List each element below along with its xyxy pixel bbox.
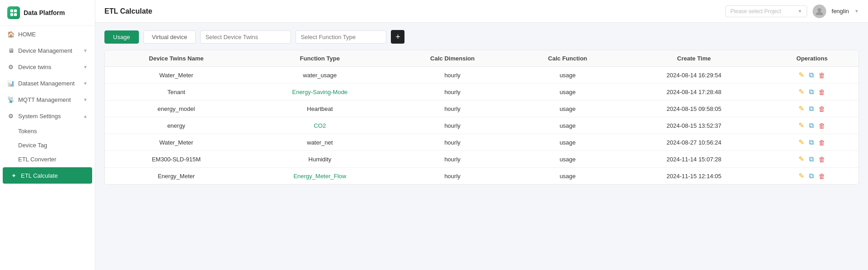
copy-icon[interactable]: ⧉ <box>809 155 814 163</box>
cell-operations: ✎ ⧉ 🗑 <box>765 151 858 168</box>
table-row: energy_model Heartbeat hourly usage 2024… <box>105 100 858 117</box>
table-row: EM300-SLD-915M Humidity hourly usage 202… <box>105 151 858 168</box>
cell-calc-function: usage <box>513 168 622 185</box>
cell-operations: ✎ ⧉ 🗑 <box>765 100 858 117</box>
col-calc-dimension: Calc Dimension <box>392 50 513 67</box>
content-area: Usage Virtual device + Device Twins Name… <box>95 23 868 270</box>
edit-icon[interactable]: ✎ <box>799 88 804 96</box>
sidebar-label-dataset-management: Dataset Management <box>18 80 74 87</box>
app-title: Data Platform <box>24 9 65 16</box>
tab-usage[interactable]: Usage <box>104 30 139 44</box>
cell-calc-dimension: hourly <box>392 168 513 185</box>
sidebar-sub-device-tag[interactable]: Device Tag <box>0 138 95 152</box>
project-selector[interactable]: Please select Project ▼ <box>725 5 807 17</box>
edit-icon[interactable]: ✎ <box>799 155 804 163</box>
etl-converter-label: ETL Converter <box>18 156 56 163</box>
sidebar-sub-etl-converter[interactable]: ETL Converter <box>0 152 95 166</box>
copy-icon[interactable]: ⧉ <box>809 121 814 130</box>
chevron-icon: ▼ <box>83 97 88 102</box>
col-calc-function: Calc Function <box>513 50 622 67</box>
edit-icon[interactable]: ✎ <box>799 121 804 130</box>
cell-create-time: 2024-08-14 16:29:54 <box>622 67 765 84</box>
cell-calc-dimension: hourly <box>392 151 513 168</box>
chevron-icon: ▼ <box>83 48 88 53</box>
edit-icon[interactable]: ✎ <box>799 105 804 113</box>
toolbar: Usage Virtual device + <box>104 30 859 44</box>
cell-function-type: CO2 <box>248 117 392 134</box>
cell-create-time: 2024-08-27 10:56:24 <box>622 134 765 151</box>
edit-icon[interactable]: ✎ <box>799 138 804 146</box>
cell-operations: ✎ ⧉ 🗑 <box>765 67 858 84</box>
settings-icon: ⚙ <box>7 112 15 120</box>
table-row: Tenant Energy-Saving-Mode hourly usage 2… <box>105 84 858 100</box>
sidebar-sub-etl-calculate[interactable]: ✦ ETL Calculate <box>3 167 92 184</box>
cell-function-type: water_usage <box>248 67 392 84</box>
delete-icon[interactable]: 🗑 <box>819 139 825 146</box>
copy-icon[interactable]: ⧉ <box>809 105 814 113</box>
edit-icon[interactable]: ✎ <box>799 71 804 79</box>
sidebar-label-home: HOME <box>18 31 36 38</box>
sidebar-item-device-twins[interactable]: ⚙ Device twins ▼ <box>0 59 95 75</box>
table-row: Water_Meter water_usage hourly usage 202… <box>105 67 858 84</box>
cell-calc-function: usage <box>513 100 622 117</box>
cell-function-type: water_net <box>248 134 392 151</box>
avatar <box>813 5 826 18</box>
svg-rect-3 <box>14 13 17 16</box>
select-function-type-input[interactable] <box>296 30 386 44</box>
mqtt-icon: 📡 <box>7 96 15 103</box>
chevron-icon: ▼ <box>83 65 88 70</box>
copy-icon[interactable]: ⧉ <box>809 172 814 180</box>
delete-icon[interactable]: 🗑 <box>819 122 825 130</box>
delete-icon[interactable]: 🗑 <box>819 88 825 96</box>
device-management-icon: 🖥 <box>7 47 15 54</box>
topbar-right: Please select Project ▼ fenglin ▼ <box>725 5 859 18</box>
edit-icon[interactable]: ✎ <box>799 172 804 180</box>
cell-function-type: Humidity <box>248 151 392 168</box>
sidebar-item-dataset-management[interactable]: 📊 Dataset Management ▼ <box>0 75 95 91</box>
cell-function-type: Heartbeat <box>248 100 392 117</box>
tab-virtual-device[interactable]: Virtual device <box>143 30 196 44</box>
sidebar-item-device-management[interactable]: 🖥 Device Management ▼ <box>0 42 95 59</box>
cell-create-time: 2024-11-15 12:14:05 <box>622 168 765 185</box>
cell-calc-dimension: hourly <box>392 134 513 151</box>
copy-icon[interactable]: ⧉ <box>809 88 814 96</box>
cell-create-time: 2024-08-15 09:58:05 <box>622 100 765 117</box>
device-tag-label: Device Tag <box>18 142 47 149</box>
cell-calc-dimension: hourly <box>392 67 513 84</box>
delete-icon[interactable]: 🗑 <box>819 105 825 113</box>
cell-calc-function: usage <box>513 84 622 100</box>
sidebar-item-mqtt-management[interactable]: 📡 MQTT Management ▼ <box>0 91 95 108</box>
table-row: Energy_Meter Energy_Meter_Flow hourly us… <box>105 168 858 185</box>
svg-rect-2 <box>10 13 13 16</box>
cell-device-twins-name: Water_Meter <box>105 67 248 84</box>
copy-icon[interactable]: ⧉ <box>809 138 814 146</box>
cell-create-time: 2024-11-14 15:07:28 <box>622 151 765 168</box>
table-row: Water_Meter water_net hourly usage 2024-… <box>105 134 858 151</box>
chevron-up-icon: ▲ <box>83 114 88 119</box>
col-create-time: Create Time <box>622 50 765 67</box>
data-table: Device Twins Name Function Type Calc Dim… <box>104 50 859 185</box>
logo-icon <box>7 6 20 19</box>
cell-operations: ✎ ⧉ 🗑 <box>765 117 858 134</box>
sidebar-label-system-settings: System Settings <box>18 113 61 120</box>
sidebar-sub-tokens[interactable]: Tokens <box>0 124 95 138</box>
cell-create-time: 2024-08-14 17:28:48 <box>622 84 765 100</box>
sidebar-label-device-twins: Device twins <box>18 64 51 70</box>
etl-calculate-label: ETL Calculate <box>21 172 58 179</box>
cell-device-twins-name: EM300-SLD-915M <box>105 151 248 168</box>
home-icon: 🏠 <box>7 30 15 38</box>
add-button[interactable]: + <box>391 30 404 44</box>
copy-icon[interactable]: ⧉ <box>809 71 814 79</box>
delete-icon[interactable]: 🗑 <box>819 155 825 163</box>
sidebar-item-system-settings[interactable]: ⚙ System Settings ▲ <box>0 108 95 124</box>
delete-icon[interactable]: 🗑 <box>819 71 825 79</box>
delete-icon[interactable]: 🗑 <box>819 172 825 180</box>
select-device-twins-input[interactable] <box>200 30 291 44</box>
cell-calc-dimension: hourly <box>392 100 513 117</box>
table-row: energy CO2 hourly usage 2024-08-15 13:52… <box>105 117 858 134</box>
col-operations: Operations <box>765 50 858 67</box>
sidebar-item-home[interactable]: 🏠 HOME <box>0 26 95 42</box>
sidebar-label-mqtt: MQTT Management <box>18 96 71 103</box>
user-dropdown-arrow[interactable]: ▼ <box>854 9 859 14</box>
cell-device-twins-name: Tenant <box>105 84 248 100</box>
